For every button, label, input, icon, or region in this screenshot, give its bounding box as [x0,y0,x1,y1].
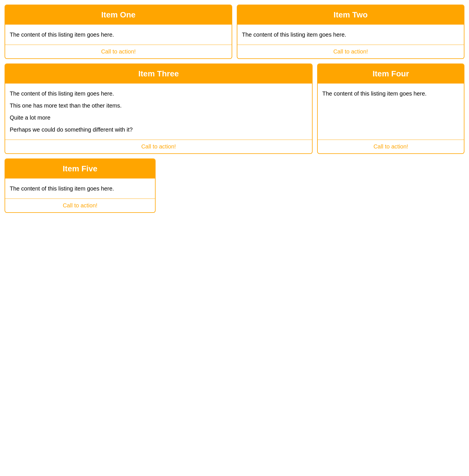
row-2: Item Three The content of this listing i… [5,64,464,154]
card-title-item-four: Item Four [373,69,409,78]
card-action-item-three[interactable]: Call to action! [141,143,176,150]
card-content-item-five: The content of this listing item goes he… [10,184,150,193]
card-action-item-five[interactable]: Call to action! [63,202,97,209]
card-item-one: Item One The content of this listing ite… [5,5,232,59]
card-content-item-three-4: Perhaps we could do something different … [10,125,307,134]
card-body-item-five: The content of this listing item goes he… [5,178,155,199]
card-body-item-one: The content of this listing item goes he… [5,25,232,45]
card-title-item-two: Item Two [333,10,367,19]
card-header-item-one: Item One [5,5,232,25]
card-footer-item-five: Call to action! [5,199,155,212]
row-1: Item One The content of this listing ite… [5,5,464,59]
card-content-item-three-3: Quite a lot more [10,113,307,122]
row-3: Item Five The content of this listing it… [5,158,464,213]
card-item-five: Item Five The content of this listing it… [5,158,156,213]
card-title-item-one: Item One [101,10,136,19]
card-header-item-four: Item Four [318,64,464,84]
card-item-three: Item Three The content of this listing i… [5,64,313,154]
card-header-item-three: Item Three [5,64,312,84]
card-action-item-two[interactable]: Call to action! [333,48,368,55]
card-content-item-three-1: The content of this listing item goes he… [10,89,307,98]
card-content-item-four: The content of this listing item goes he… [322,89,459,98]
card-footer-item-four: Call to action! [318,140,464,153]
card-item-two: Item Two The content of this listing ite… [237,5,464,59]
card-content-item-one: The content of this listing item goes he… [10,30,227,39]
card-body-item-four: The content of this listing item goes he… [318,84,464,140]
card-footer-item-two: Call to action! [237,45,464,58]
card-footer-item-three: Call to action! [5,140,312,153]
card-body-item-two: The content of this listing item goes he… [237,25,464,45]
card-body-item-three: The content of this listing item goes he… [5,84,312,140]
card-header-item-two: Item Two [237,5,464,25]
card-footer-item-one: Call to action! [5,45,232,58]
card-content-item-two: The content of this listing item goes he… [242,30,459,39]
card-content-item-three-2: This one has more text than the other it… [10,101,307,110]
card-header-item-five: Item Five [5,159,155,178]
card-item-four: Item Four The content of this listing it… [317,64,464,154]
card-action-item-four[interactable]: Call to action! [373,143,408,150]
card-title-item-three: Item Three [138,69,179,78]
card-title-item-five: Item Five [63,164,97,173]
card-action-item-one[interactable]: Call to action! [101,48,136,55]
